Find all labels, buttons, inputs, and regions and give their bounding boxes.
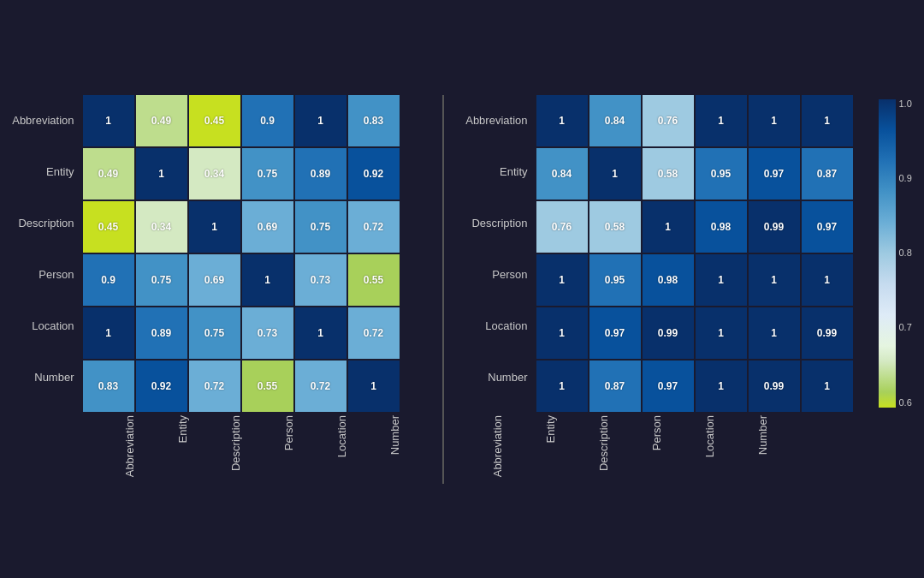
col-label: Abbreviation: [104, 415, 155, 484]
right-heatmap-wrapper: AbbreviationEntityDescriptionPersonLocat…: [465, 95, 852, 484]
heatmap-cell: 0.99: [749, 361, 800, 412]
tick-label: 0.7: [899, 323, 912, 332]
col-label: Description: [210, 415, 261, 484]
heatmap-cell: 0.72: [189, 361, 240, 412]
heatmap-cell: 0.97: [643, 361, 694, 412]
heatmap-cell: 1: [242, 254, 293, 306]
heatmap-cell: 0.89: [295, 148, 346, 200]
vertical-divider: [442, 95, 444, 484]
heatmap-cell: 0.58: [589, 201, 641, 253]
left-matrix-area: AbbreviationEntityDescriptionPersonLocat…: [12, 95, 399, 412]
row-label: Entity: [465, 146, 530, 198]
heatmap-cell: 1: [536, 307, 588, 359]
row-label: Number: [12, 352, 77, 403]
tick-label: 0.8: [899, 248, 912, 258]
heatmap-cell: 0.99: [802, 307, 853, 359]
heatmap-cell: 0.49: [83, 148, 134, 200]
heatmap-cell: 0.99: [749, 201, 800, 253]
heatmap-cell: 0.84: [589, 95, 641, 146]
col-label: Number: [369, 415, 420, 484]
main-container: AbbreviationEntityDescriptionPersonLocat…: [0, 78, 924, 501]
heatmap-cell: 1: [696, 254, 747, 306]
tick-label: 1.0: [899, 99, 912, 109]
heatmap-cell: 0.92: [348, 148, 400, 200]
heatmap-cell: 0.9: [83, 254, 134, 306]
right-row-labels: AbbreviationEntityDescriptionPersonLocat…: [465, 95, 530, 403]
row-label: Location: [465, 301, 530, 352]
tick-label: 0.6: [899, 398, 912, 408]
col-label: Person: [631, 415, 682, 484]
row-label: Entity: [12, 146, 77, 198]
col-label: Location: [684, 415, 735, 484]
heatmap-cell: 0.72: [295, 361, 346, 412]
heatmap-cell: 0.58: [643, 148, 694, 200]
heatmap-cell: 1: [536, 95, 588, 146]
row-label: Abbreviation: [12, 95, 77, 146]
col-label: Person: [263, 415, 314, 484]
right-heatmap-section: AbbreviationEntityDescriptionPersonLocat…: [465, 95, 852, 484]
colorbar-container: 1.00.90.80.70.6: [879, 95, 912, 408]
heatmap-cell: 1: [749, 254, 800, 306]
heatmap-cell: 1: [589, 148, 641, 200]
left-heatmap-wrapper: AbbreviationEntityDescriptionPersonLocat…: [12, 95, 421, 484]
heatmap-cell: 0.45: [189, 95, 240, 146]
heatmap-cell: 1: [83, 307, 134, 359]
heatmap-cell: 0.75: [295, 201, 346, 253]
heatmap-cell: 0.87: [802, 148, 853, 200]
heatmap-cell: 0.97: [589, 307, 641, 359]
left-heatmap-section: AbbreviationEntityDescriptionPersonLocat…: [12, 95, 421, 484]
heatmap-cell: 0.69: [189, 254, 240, 306]
row-label: Person: [12, 249, 77, 301]
row-label: Person: [465, 249, 530, 301]
colorbar: [879, 99, 896, 408]
heatmap-cell: 1: [536, 361, 588, 412]
heatmap-cell: 0.87: [589, 361, 641, 412]
heatmap-cell: 1: [802, 254, 853, 306]
heatmap-cell: 1: [696, 361, 747, 412]
heatmap-cell: 0.34: [189, 148, 240, 200]
heatmap-cell: 1: [696, 95, 747, 146]
heatmap-cell: 0.95: [696, 148, 747, 200]
heatmap-cell: 0.98: [643, 254, 694, 306]
row-label: Location: [12, 301, 77, 352]
heatmap-cell: 1: [749, 307, 800, 359]
heatmap-cell: 0.83: [83, 361, 134, 412]
heatmap-cell: 1: [348, 361, 400, 412]
heatmap-cell: 0.55: [348, 254, 400, 306]
heatmap-cell: 0.99: [643, 307, 694, 359]
heatmap-cell: 0.98: [696, 201, 747, 253]
heatmap-cell: 1: [802, 361, 853, 412]
tick-label: 0.9: [899, 174, 912, 183]
row-label: Description: [12, 198, 77, 249]
left-row-labels: AbbreviationEntityDescriptionPersonLocat…: [12, 95, 77, 403]
heatmap-cell: 0.89: [136, 307, 187, 359]
heatmap-cell: 0.49: [136, 95, 187, 146]
heatmap-cell: 0.72: [348, 201, 400, 253]
col-label: Abbreviation: [471, 415, 523, 484]
heatmap-cell: 0.95: [589, 254, 641, 306]
heatmap-cell: 1: [189, 201, 240, 253]
heatmap-cell: 1: [295, 307, 346, 359]
heatmap-cell: 0.9: [242, 95, 293, 146]
heatmap-cell: 0.69: [242, 201, 293, 253]
heatmap-cell: 0.92: [136, 361, 187, 412]
right-col-labels: AbbreviationEntityDescriptionPersonLocat…: [471, 415, 789, 484]
heatmap-cell: 1: [696, 307, 747, 359]
heatmap-cell: 0.45: [83, 201, 134, 253]
col-label: Number: [737, 415, 788, 484]
heatmap-cell: 0.73: [295, 254, 346, 306]
heatmap-cell: 0.75: [189, 307, 240, 359]
col-label: Location: [316, 415, 367, 484]
right-grid: 10.840.761110.8410.580.950.970.870.760.5…: [536, 95, 853, 412]
right-matrix-area: AbbreviationEntityDescriptionPersonLocat…: [465, 95, 852, 412]
heatmap-cell: 0.83: [348, 95, 400, 146]
heatmap-cell: 0.73: [242, 307, 293, 359]
heatmap-cell: 1: [136, 148, 187, 200]
left-grid: 10.490.450.910.830.4910.340.750.890.920.…: [83, 95, 400, 412]
colorbar-wrapper: 1.00.90.80.70.6: [879, 99, 912, 408]
heatmap-cell: 0.75: [242, 148, 293, 200]
heatmap-cell: 1: [749, 95, 800, 146]
colorbar-ticks: 1.00.90.80.70.6: [899, 99, 912, 408]
row-label: Number: [465, 352, 530, 403]
heatmap-cell: 0.76: [536, 201, 588, 253]
